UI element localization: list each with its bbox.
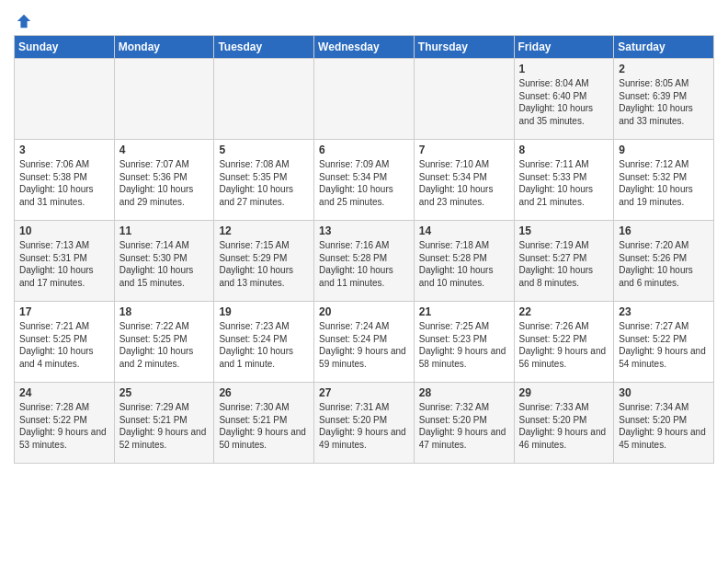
logo — [14, 13, 32, 29]
day-info: Sunrise: 7:31 AM Sunset: 5:20 PM Dayligh… — [319, 401, 409, 451]
day-number: 22 — [519, 305, 609, 318]
day-number: 26 — [219, 386, 309, 399]
calendar-cell: 5Sunrise: 7:08 AM Sunset: 5:35 PM Daylig… — [214, 140, 314, 221]
day-number: 1 — [519, 63, 609, 75]
calendar-cell: 30Sunrise: 7:34 AM Sunset: 5:20 PM Dayli… — [614, 383, 714, 464]
calendar-table: SundayMondayTuesdayWednesdayThursdayFrid… — [14, 35, 714, 464]
logo-icon — [16, 13, 32, 29]
calendar-cell: 4Sunrise: 7:07 AM Sunset: 5:36 PM Daylig… — [114, 140, 214, 221]
day-info: Sunrise: 7:18 AM Sunset: 5:28 PM Dayligh… — [419, 239, 509, 289]
day-info: Sunrise: 7:20 AM Sunset: 5:26 PM Dayligh… — [619, 239, 709, 289]
weekday-header-row: SundayMondayTuesdayWednesdayThursdayFrid… — [15, 36, 714, 59]
day-number: 12 — [219, 224, 309, 237]
day-number: 5 — [219, 144, 309, 156]
day-info: Sunrise: 7:24 AM Sunset: 5:24 PM Dayligh… — [319, 320, 409, 370]
calendar-cell: 16Sunrise: 7:20 AM Sunset: 5:26 PM Dayli… — [614, 221, 714, 302]
day-number: 14 — [419, 224, 509, 237]
calendar-cell: 8Sunrise: 7:11 AM Sunset: 5:33 PM Daylig… — [514, 140, 614, 221]
calendar-cell: 13Sunrise: 7:16 AM Sunset: 5:28 PM Dayli… — [314, 221, 415, 302]
calendar-cell: 10Sunrise: 7:13 AM Sunset: 5:31 PM Dayli… — [15, 221, 115, 302]
day-info: Sunrise: 7:33 AM Sunset: 5:20 PM Dayligh… — [519, 401, 609, 451]
weekday-header-tuesday: Tuesday — [214, 36, 314, 59]
calendar-cell: 24Sunrise: 7:28 AM Sunset: 5:22 PM Dayli… — [15, 383, 115, 464]
calendar-cell — [15, 59, 115, 140]
day-info: Sunrise: 7:15 AM Sunset: 5:29 PM Dayligh… — [219, 239, 309, 289]
calendar-cell: 27Sunrise: 7:31 AM Sunset: 5:20 PM Dayli… — [314, 383, 415, 464]
weekday-header-wednesday: Wednesday — [314, 36, 415, 59]
day-number: 8 — [519, 144, 609, 156]
day-info: Sunrise: 7:19 AM Sunset: 5:27 PM Dayligh… — [519, 239, 609, 289]
calendar-week-row: 17Sunrise: 7:21 AM Sunset: 5:25 PM Dayli… — [15, 302, 714, 383]
day-number: 30 — [619, 386, 709, 399]
day-info: Sunrise: 7:30 AM Sunset: 5:21 PM Dayligh… — [219, 401, 309, 451]
day-info: Sunrise: 7:10 AM Sunset: 5:34 PM Dayligh… — [419, 158, 509, 208]
day-number: 28 — [419, 386, 509, 399]
day-number: 16 — [619, 224, 709, 237]
day-info: Sunrise: 7:12 AM Sunset: 5:32 PM Dayligh… — [619, 158, 709, 208]
day-info: Sunrise: 7:27 AM Sunset: 5:22 PM Dayligh… — [619, 320, 709, 370]
calendar-cell: 7Sunrise: 7:10 AM Sunset: 5:34 PM Daylig… — [414, 140, 514, 221]
day-info: Sunrise: 7:22 AM Sunset: 5:25 PM Dayligh… — [119, 320, 210, 370]
day-info: Sunrise: 7:28 AM Sunset: 5:22 PM Dayligh… — [19, 401, 109, 451]
calendar-cell: 1Sunrise: 8:04 AM Sunset: 6:40 PM Daylig… — [514, 59, 614, 140]
day-number: 21 — [419, 305, 509, 318]
calendar-cell: 19Sunrise: 7:23 AM Sunset: 5:24 PM Dayli… — [214, 302, 314, 383]
day-number: 20 — [319, 305, 409, 318]
calendar-cell: 22Sunrise: 7:26 AM Sunset: 5:22 PM Dayli… — [514, 302, 614, 383]
calendar-cell: 6Sunrise: 7:09 AM Sunset: 5:34 PM Daylig… — [314, 140, 415, 221]
day-info: Sunrise: 7:34 AM Sunset: 5:20 PM Dayligh… — [619, 401, 709, 451]
day-number: 13 — [319, 224, 409, 237]
day-number: 23 — [619, 305, 709, 318]
day-number: 15 — [519, 224, 609, 237]
day-number: 11 — [119, 224, 210, 237]
calendar-cell: 26Sunrise: 7:30 AM Sunset: 5:21 PM Dayli… — [214, 383, 314, 464]
calendar-cell: 14Sunrise: 7:18 AM Sunset: 5:28 PM Dayli… — [414, 221, 514, 302]
calendar-cell: 18Sunrise: 7:22 AM Sunset: 5:25 PM Dayli… — [114, 302, 214, 383]
calendar-cell: 15Sunrise: 7:19 AM Sunset: 5:27 PM Dayli… — [514, 221, 614, 302]
calendar-week-row: 3Sunrise: 7:06 AM Sunset: 5:38 PM Daylig… — [15, 140, 714, 221]
day-number: 27 — [319, 386, 409, 399]
calendar-cell — [214, 59, 314, 140]
calendar-cell — [114, 59, 214, 140]
day-number: 6 — [319, 144, 409, 156]
day-info: Sunrise: 7:13 AM Sunset: 5:31 PM Dayligh… — [19, 239, 109, 289]
day-info: Sunrise: 7:08 AM Sunset: 5:35 PM Dayligh… — [219, 158, 309, 208]
calendar-cell: 25Sunrise: 7:29 AM Sunset: 5:21 PM Dayli… — [114, 383, 214, 464]
day-info: Sunrise: 7:25 AM Sunset: 5:23 PM Dayligh… — [419, 320, 509, 370]
day-info: Sunrise: 8:04 AM Sunset: 6:40 PM Dayligh… — [519, 77, 609, 127]
day-number: 19 — [219, 305, 309, 318]
day-info: Sunrise: 8:05 AM Sunset: 6:39 PM Dayligh… — [619, 77, 709, 127]
day-info: Sunrise: 7:32 AM Sunset: 5:20 PM Dayligh… — [419, 401, 509, 451]
calendar-cell: 9Sunrise: 7:12 AM Sunset: 5:32 PM Daylig… — [614, 140, 714, 221]
day-info: Sunrise: 7:21 AM Sunset: 5:25 PM Dayligh… — [19, 320, 109, 370]
calendar-cell: 2Sunrise: 8:05 AM Sunset: 6:39 PM Daylig… — [614, 59, 714, 140]
calendar-cell — [314, 59, 415, 140]
day-number: 25 — [119, 386, 210, 399]
day-info: Sunrise: 7:14 AM Sunset: 5:30 PM Dayligh… — [119, 239, 210, 289]
day-number: 29 — [519, 386, 609, 399]
calendar-week-row: 10Sunrise: 7:13 AM Sunset: 5:31 PM Dayli… — [15, 221, 714, 302]
day-number: 7 — [419, 144, 509, 156]
calendar-cell: 28Sunrise: 7:32 AM Sunset: 5:20 PM Dayli… — [414, 383, 514, 464]
weekday-header-saturday: Saturday — [614, 36, 714, 59]
calendar-cell: 12Sunrise: 7:15 AM Sunset: 5:29 PM Dayli… — [214, 221, 314, 302]
calendar-cell: 21Sunrise: 7:25 AM Sunset: 5:23 PM Dayli… — [414, 302, 514, 383]
day-info: Sunrise: 7:23 AM Sunset: 5:24 PM Dayligh… — [219, 320, 309, 370]
day-number: 18 — [119, 305, 210, 318]
day-number: 2 — [619, 63, 709, 75]
weekday-header-friday: Friday — [514, 36, 614, 59]
calendar-cell: 17Sunrise: 7:21 AM Sunset: 5:25 PM Dayli… — [15, 302, 115, 383]
calendar-cell: 23Sunrise: 7:27 AM Sunset: 5:22 PM Dayli… — [614, 302, 714, 383]
day-number: 17 — [19, 305, 109, 318]
calendar-cell — [414, 59, 514, 140]
svg-marker-0 — [17, 15, 30, 28]
calendar-cell: 3Sunrise: 7:06 AM Sunset: 5:38 PM Daylig… — [15, 140, 115, 221]
header — [14, 9, 714, 29]
calendar-week-row: 1Sunrise: 8:04 AM Sunset: 6:40 PM Daylig… — [15, 59, 714, 140]
day-number: 3 — [19, 144, 109, 156]
day-info: Sunrise: 7:06 AM Sunset: 5:38 PM Dayligh… — [19, 158, 109, 208]
calendar-cell: 29Sunrise: 7:33 AM Sunset: 5:20 PM Dayli… — [514, 383, 614, 464]
day-info: Sunrise: 7:16 AM Sunset: 5:28 PM Dayligh… — [319, 239, 409, 289]
day-number: 4 — [119, 144, 210, 156]
calendar-header: SundayMondayTuesdayWednesdayThursdayFrid… — [15, 36, 714, 59]
